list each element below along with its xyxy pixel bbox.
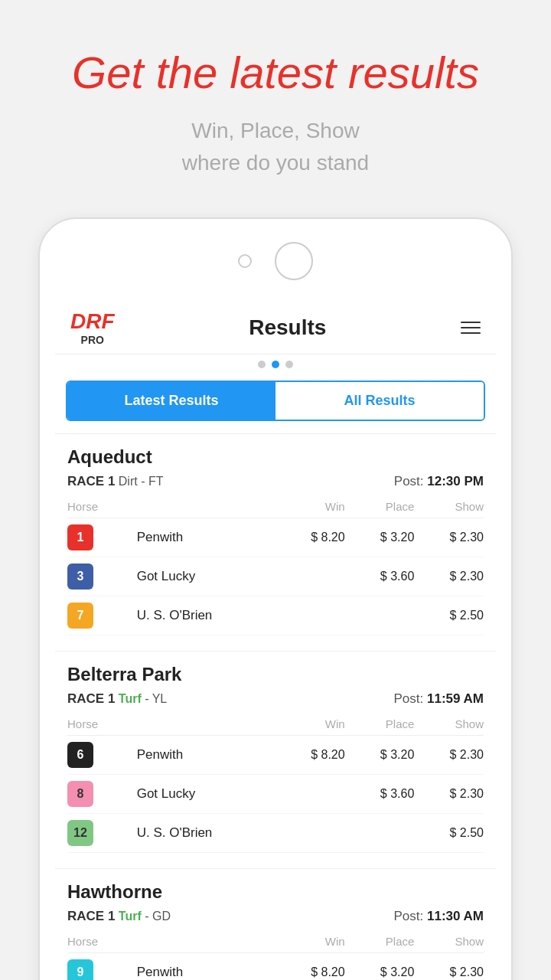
horse-show-2: $ 2.30 [414, 570, 484, 583]
horse-row: 12 U. S. O'Brien — — $ 2.50 [67, 814, 484, 853]
condition-hawthorne: GD [152, 910, 171, 923]
horse-row: 3 Got Lucky — $ 3.60 $ 2.30 [67, 557, 484, 596]
race-info-aqueduct: RACE 1 Dirt - FT Post: 12:30 PM [67, 474, 484, 489]
track-name-hawthorne: Hawthorne [67, 881, 484, 903]
horse-place-h1: $ 3.20 [345, 965, 415, 979]
col-headers-hawthorne: Horse Win Place Show [67, 932, 484, 953]
horse-name-1: Penwith [137, 530, 276, 545]
dot-2[interactable] [272, 361, 279, 368]
horse-name-2: Got Lucky [137, 569, 276, 584]
col-headers-aqueduct: Horse Win Place Show [67, 497, 484, 518]
col-show-b: Show [414, 717, 484, 730]
race-num-belterra: RACE 1 [67, 691, 115, 706]
surface-hawthorne: Turf [119, 910, 145, 923]
race-info-belterra: RACE 1 Turf - YL Post: 11:59 AM [67, 691, 484, 707]
horse-win-b1: $ 8.20 [276, 748, 345, 762]
dot-3[interactable] [285, 361, 293, 368]
phone-frame: DRF PRO Results Latest Results All Resul… [38, 217, 513, 980]
surface-aqueduct: Dirt [119, 475, 141, 488]
drf-logo: DRF PRO [70, 309, 115, 346]
horse-win-1: $ 8.20 [276, 531, 345, 544]
menu-line-3 [461, 332, 481, 334]
horse-place-1: $ 3.20 [345, 531, 415, 544]
hero-title: Get the latest results [31, 46, 520, 100]
results-table-hawthorne: Horse Win Place Show 9 Penwith $ 8.20 $ … [67, 932, 484, 980]
horse-win-b3: — [276, 826, 345, 840]
condition-aqueduct: FT [148, 475, 164, 488]
results-table-belterra: Horse Win Place Show 6 Penwith $ 8.20 $ … [67, 714, 484, 853]
horse-row: 6 Penwith $ 8.20 $ 3.20 $ 2.30 [67, 736, 484, 775]
drf-pro-text: PRO [70, 334, 115, 346]
dot-1[interactable] [258, 361, 266, 368]
horse-show-1: $ 2.30 [414, 531, 484, 544]
horse-place-b1: $ 3.20 [345, 748, 415, 762]
col-horse: Horse [67, 500, 137, 513]
surface-belterra: Turf [119, 692, 145, 705]
app-container: DRF PRO Results Latest Results All Resul… [55, 296, 496, 980]
horse-badge-2: 3 [67, 564, 93, 590]
horse-badge-3: 7 [67, 603, 93, 629]
horse-show-3: $ 2.50 [414, 609, 484, 622]
tab-latest-results[interactable]: Latest Results [67, 382, 276, 420]
menu-line-1 [461, 322, 481, 323]
col-horse-b: Horse [67, 717, 137, 730]
horse-badge-h1: 9 [67, 959, 93, 980]
race-num-aqueduct: RACE 1 [67, 474, 115, 488]
race-num-hawthorne: RACE 1 [67, 909, 115, 923]
condition-belterra: YL [152, 692, 168, 705]
horse-show-b2: $ 2.30 [414, 787, 484, 801]
track-name-aqueduct: Aqueduct [67, 446, 484, 468]
col-place-b: Place [345, 717, 415, 730]
col-place: Place [345, 500, 415, 513]
phone-camera [238, 254, 252, 268]
horse-place-b3: — [345, 826, 415, 840]
hero-section: Get the latest results Win, Place, Show … [0, 0, 551, 202]
horse-show-b1: $ 2.30 [414, 748, 484, 762]
track-name-belterra: Belterra Park [67, 664, 484, 685]
horse-name-b3: U. S. O'Brien [137, 825, 276, 841]
horse-name-b2: Got Lucky [137, 786, 276, 802]
horse-row: 9 Penwith $ 8.20 $ 3.20 $ 2.30 [67, 953, 484, 980]
post-time-belterra: Post: 11:59 AM [394, 691, 484, 707]
horse-show-b3: $ 2.50 [414, 826, 484, 840]
horse-badge-1: 1 [67, 524, 93, 550]
horse-badge-b3: 12 [67, 820, 93, 846]
horse-win-3: — [276, 609, 345, 622]
horse-row: 7 U. S. O'Brien — — $ 2.50 [67, 596, 484, 635]
tab-all-results[interactable]: All Results [276, 382, 484, 420]
drf-logo-text: DRF [70, 309, 115, 333]
horse-win-b2: — [276, 787, 345, 801]
horse-row: 8 Got Lucky — $ 3.60 $ 2.30 [67, 775, 484, 814]
post-time-hawthorne: Post: 11:30 AM [394, 909, 484, 924]
col-show: Show [414, 500, 484, 513]
race-card-belterra: Belterra Park RACE 1 Turf - YL Post: 11:… [55, 651, 496, 868]
horse-win-h1: $ 8.20 [276, 965, 345, 979]
page-dots [55, 354, 496, 374]
results-table-aqueduct: Horse Win Place Show 1 Penwith $ 8.20 $ … [67, 497, 484, 635]
horse-badge-b1: 6 [67, 742, 93, 768]
race-info-hawthorne: RACE 1 Turf - GD Post: 11:30 AM [67, 909, 484, 924]
app-title: Results [249, 315, 326, 340]
col-place-h: Place [345, 935, 415, 948]
horse-row: 1 Penwith $ 8.20 $ 3.20 $ 2.30 [67, 518, 484, 557]
horse-badge-b2: 8 [67, 781, 93, 807]
post-time-aqueduct: Post: 12:30 PM [394, 474, 484, 489]
horse-show-h1: $ 2.30 [414, 965, 484, 979]
race-card-hawthorne: Hawthorne RACE 1 Turf - GD Post: 11:30 A… [55, 868, 496, 980]
col-win: Win [276, 500, 345, 513]
horse-name-3: U. S. O'Brien [137, 608, 276, 623]
horse-place-2: $ 3.60 [345, 570, 415, 583]
app-header: DRF PRO Results [55, 296, 496, 354]
col-show-h: Show [414, 935, 484, 948]
menu-line-2 [461, 327, 481, 328]
phone-speaker [275, 242, 313, 280]
col-win-b: Win [276, 717, 345, 730]
hero-subtitle: Win, Place, Show where do you stand [31, 115, 520, 179]
phone-top-bar [55, 242, 496, 280]
col-horse-h: Horse [67, 935, 137, 948]
menu-button[interactable] [461, 322, 481, 334]
race-card-aqueduct: Aqueduct RACE 1 Dirt - FT Post: 12:30 PM… [55, 433, 496, 651]
horse-place-3: — [345, 609, 415, 622]
race-cards-container: Aqueduct RACE 1 Dirt - FT Post: 12:30 PM… [55, 433, 496, 980]
tab-row: Latest Results All Results [66, 381, 485, 421]
